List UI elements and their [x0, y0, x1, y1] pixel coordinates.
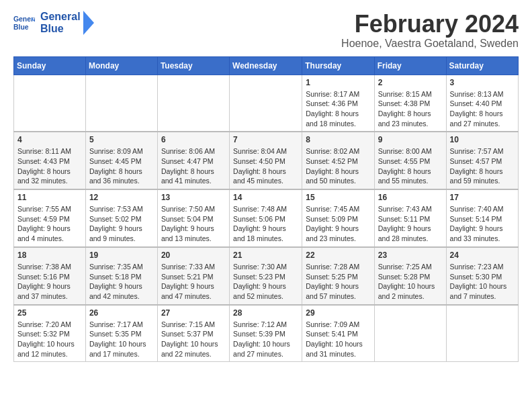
- day-info: Daylight: 10 hours: [306, 339, 370, 349]
- day-info: Sunset: 4:50 PM: [233, 156, 298, 167]
- day-number: 25: [17, 308, 82, 318]
- day-info: Sunset: 5:11 PM: [378, 214, 443, 224]
- day-info: and 9 minutes.: [89, 234, 154, 244]
- day-info: Sunrise: 8:06 AM: [161, 146, 226, 156]
- calendar-cell: 22Sunrise: 7:28 AMSunset: 5:25 PMDayligh…: [302, 247, 374, 305]
- weekday-header-tuesday: Tuesday: [157, 56, 229, 75]
- day-info: Sunset: 5:25 PM: [306, 272, 370, 282]
- logo-icon: General Blue: [13, 12, 35, 34]
- weekday-header-sunday: Sunday: [14, 56, 86, 75]
- day-number: 15: [306, 193, 370, 202]
- day-info: Sunset: 5:18 PM: [89, 272, 154, 282]
- day-info: Sunset: 5:41 PM: [306, 329, 370, 339]
- calendar-cell: 28Sunrise: 7:12 AMSunset: 5:39 PMDayligh…: [230, 305, 302, 362]
- day-info: Sunrise: 7:53 AM: [89, 204, 154, 214]
- sub-title: Hoenoe, Vaestra Goetaland, Sweden: [341, 38, 519, 50]
- day-info: and 23 minutes.: [378, 119, 443, 129]
- calendar-cell: 19Sunrise: 7:35 AMSunset: 5:18 PMDayligh…: [85, 247, 157, 305]
- day-info: Daylight: 8 hours: [378, 109, 443, 119]
- day-info: Daylight: 8 hours: [306, 109, 370, 119]
- day-info: Sunrise: 8:09 AM: [89, 146, 154, 156]
- day-info: and 27 minutes.: [233, 349, 298, 359]
- weekday-header-saturday: Saturday: [446, 56, 518, 75]
- day-number: 23: [378, 250, 443, 260]
- day-info: Daylight: 8 hours: [89, 167, 154, 177]
- calendar-cell: 2Sunrise: 8:15 AMSunset: 4:38 PMDaylight…: [374, 75, 446, 132]
- day-number: 10: [450, 135, 515, 144]
- day-info: and 52 minutes.: [233, 291, 298, 302]
- day-info: Daylight: 8 hours: [450, 109, 515, 119]
- day-info: and 17 minutes.: [89, 349, 154, 359]
- day-info: and 55 minutes.: [378, 176, 443, 186]
- day-info: and 33 minutes.: [450, 234, 515, 244]
- day-number: 28: [233, 308, 298, 318]
- day-number: 24: [450, 250, 515, 260]
- day-number: 12: [89, 193, 154, 202]
- day-info: Sunset: 5:04 PM: [161, 214, 226, 224]
- day-info: Sunset: 4:43 PM: [17, 156, 82, 167]
- calendar-cell: [446, 305, 518, 362]
- calendar-cell: [230, 75, 302, 132]
- day-info: and 45 minutes.: [233, 176, 298, 186]
- calendar-cell: 24Sunrise: 7:23 AMSunset: 5:30 PMDayligh…: [446, 247, 518, 305]
- week-row-1: 1Sunrise: 8:17 AMSunset: 4:36 PMDaylight…: [14, 75, 519, 132]
- day-info: Daylight: 9 hours: [233, 224, 298, 234]
- day-number: 1: [306, 78, 370, 87]
- day-info: Daylight: 9 hours: [161, 224, 226, 234]
- day-number: 14: [233, 193, 298, 202]
- day-info: Daylight: 9 hours: [378, 224, 443, 234]
- day-info: and 47 minutes.: [161, 291, 226, 302]
- day-number: 17: [450, 193, 515, 202]
- day-info: Daylight: 10 hours: [233, 339, 298, 349]
- day-info: Sunset: 5:09 PM: [306, 214, 370, 224]
- day-info: Sunrise: 8:02 AM: [306, 146, 370, 156]
- day-info: Daylight: 9 hours: [306, 224, 370, 234]
- day-info: Sunset: 4:47 PM: [161, 156, 226, 167]
- day-info: and 12 minutes.: [17, 349, 82, 359]
- day-number: 19: [89, 250, 154, 260]
- day-info: Sunset: 4:59 PM: [17, 214, 82, 224]
- week-row-5: 25Sunrise: 7:20 AMSunset: 5:32 PMDayligh…: [14, 305, 519, 362]
- calendar-cell: 18Sunrise: 7:38 AMSunset: 5:16 PMDayligh…: [14, 247, 86, 305]
- day-info: and 37 minutes.: [17, 291, 82, 302]
- day-info: Sunset: 5:32 PM: [17, 329, 82, 339]
- day-info: and 31 minutes.: [306, 349, 370, 359]
- calendar-cell: 16Sunrise: 7:43 AMSunset: 5:11 PMDayligh…: [374, 189, 446, 247]
- logo-arrow-icon: [83, 11, 94, 35]
- day-info: and 22 minutes.: [161, 349, 226, 359]
- day-info: Sunset: 5:23 PM: [233, 272, 298, 282]
- calendar-cell: 12Sunrise: 7:53 AMSunset: 5:02 PMDayligh…: [85, 189, 157, 247]
- day-info: Sunrise: 8:15 AM: [378, 89, 443, 99]
- weekday-header-wednesday: Wednesday: [230, 56, 302, 75]
- day-info: Sunrise: 7:35 AM: [89, 262, 154, 272]
- calendar-cell: 3Sunrise: 8:13 AMSunset: 4:40 PMDaylight…: [446, 75, 518, 132]
- day-number: 13: [161, 193, 226, 202]
- day-info: Sunrise: 7:17 AM: [89, 320, 154, 330]
- day-info: Daylight: 8 hours: [378, 167, 443, 177]
- title-section: February 2024 Hoenoe, Vaestra Goetaland,…: [341, 11, 519, 50]
- day-info: Sunrise: 7:20 AM: [17, 320, 82, 330]
- day-info: and 42 minutes.: [89, 291, 154, 302]
- day-info: and 7 minutes.: [450, 291, 515, 302]
- day-info: Sunrise: 7:15 AM: [161, 320, 226, 330]
- day-info: Sunrise: 7:12 AM: [233, 320, 298, 330]
- day-number: 2: [378, 78, 443, 87]
- day-number: 27: [161, 308, 226, 318]
- main-title: February 2024: [341, 11, 519, 38]
- calendar-cell: 14Sunrise: 7:48 AMSunset: 5:06 PMDayligh…: [230, 189, 302, 247]
- day-info: Sunrise: 8:17 AM: [306, 89, 370, 99]
- day-info: Sunrise: 7:40 AM: [450, 204, 515, 214]
- day-info: Sunset: 5:35 PM: [89, 329, 154, 339]
- header: General Blue General Blue February 2024 …: [13, 11, 519, 50]
- day-info: Daylight: 10 hours: [161, 339, 226, 349]
- calendar-cell: 25Sunrise: 7:20 AMSunset: 5:32 PMDayligh…: [14, 305, 86, 362]
- day-info: Daylight: 10 hours: [450, 281, 515, 291]
- day-info: and 41 minutes.: [161, 176, 226, 186]
- day-info: Sunset: 5:28 PM: [378, 272, 443, 282]
- day-info: Sunrise: 7:25 AM: [378, 262, 443, 272]
- weekday-header-row: SundayMondayTuesdayWednesdayThursdayFrid…: [14, 56, 519, 75]
- calendar-cell: [14, 75, 86, 132]
- day-info: Sunrise: 7:09 AM: [306, 320, 370, 330]
- day-info: and 28 minutes.: [378, 234, 443, 244]
- calendar-cell: 11Sunrise: 7:55 AMSunset: 4:59 PMDayligh…: [14, 189, 86, 247]
